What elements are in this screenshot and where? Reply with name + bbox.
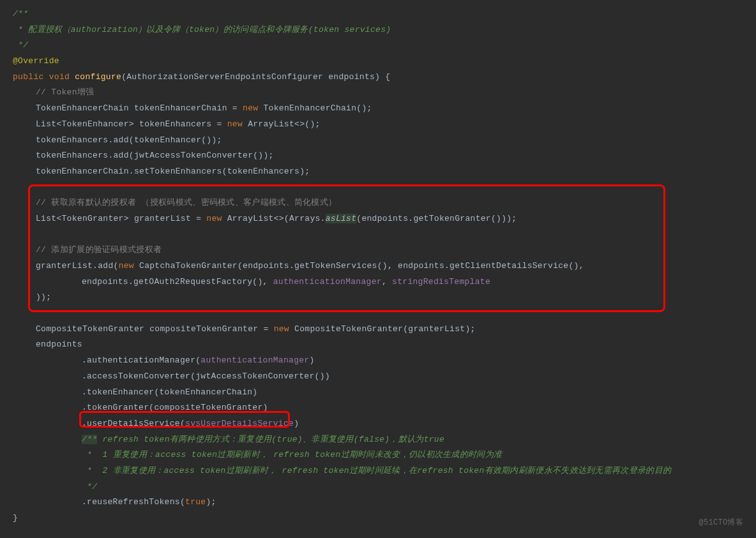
- code-statement: .tokenGranter(compositeTokenGranter): [13, 400, 756, 416]
- code-statement: .userDetailsService(sysUserDetailsServic…: [13, 416, 756, 432]
- code-statement: .authenticationManager(authenticationMan…: [13, 353, 756, 369]
- blank-line: [13, 227, 756, 243]
- blank-line: [13, 306, 756, 322]
- method-signature: public void configure(AuthorizationServe…: [13, 70, 756, 86]
- code-statement: tokenEnhancers.add(jwtAccessTokenConvert…: [13, 148, 756, 164]
- code-statement: List<TokenGranter> granterList = new Arr…: [13, 211, 756, 227]
- code-statement: .accessTokenConverter(jwtAccessTokenConv…: [13, 369, 756, 385]
- blank-line: [13, 180, 756, 196]
- doc-comment: /** refresh token有两种使用方式：重复使用(true)、非重复使…: [13, 432, 756, 448]
- code-statement: tokenEnhancers.add(tokenEnhancer());: [13, 133, 756, 149]
- code-statement: List<TokenEnhancer> tokenEnhancers = new…: [13, 117, 756, 133]
- code-statement: endpoints: [13, 337, 756, 353]
- code-statement: tokenEnhancerChain.setTokenEnhancers(tok…: [13, 164, 756, 180]
- comment-line: /**: [13, 6, 756, 22]
- watermark: @51CTO博客: [699, 516, 743, 530]
- comment-line: */: [13, 38, 756, 54]
- doc-comment: * 2 非重复使用：access token过期刷新时， refresh tok…: [13, 463, 756, 479]
- doc-comment: */: [13, 479, 756, 495]
- code-statement: ));: [13, 290, 756, 306]
- annotation-line: @Override: [13, 54, 756, 70]
- comment-line: // 获取原有默认的授权者 （授权码模式、密码模式、客户端模式、简化模式）: [13, 195, 756, 211]
- comment-line: // 添加扩展的验证码模式授权者: [13, 243, 756, 258]
- code-statement: endpoints.getOAuth2RequestFactory(), aut…: [13, 274, 756, 290]
- code-statement: TokenEnhancerChain tokenEnhancerChain = …: [13, 101, 756, 117]
- code-statement: granterList.add(new CaptchaTokenGranter(…: [13, 258, 756, 274]
- code-statement: .reuseRefreshTokens(true);: [13, 495, 756, 511]
- code-statement: .tokenEnhancer(tokenEnhancerChain): [13, 385, 756, 401]
- doc-comment: * 1 重复使用：access token过期刷新时， refresh toke…: [13, 447, 756, 463]
- comment-line: * 配置授权（authorization）以及令牌（token）的访问端点和令牌…: [13, 22, 756, 38]
- code-statement: CompositeTokenGranter compositeTokenGran…: [13, 322, 756, 338]
- method-close: }: [13, 511, 756, 527]
- comment-line: // Token增强: [13, 85, 756, 101]
